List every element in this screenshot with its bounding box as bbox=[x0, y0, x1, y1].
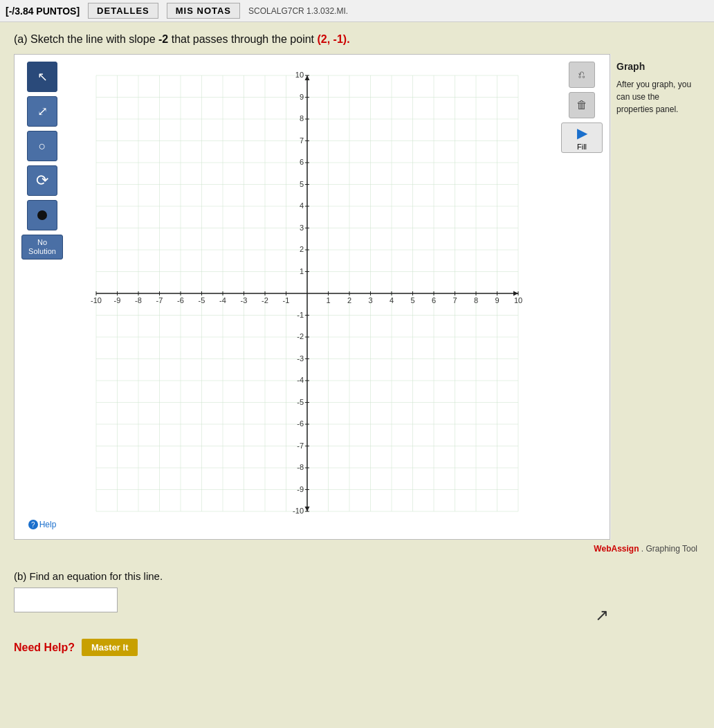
tools-panel: ↖ ⤢ ○ ⟳ NoSolution bbox=[21, 62, 63, 532]
main-content: (a) Sketch the line with slope -2 that p… bbox=[0, 22, 714, 667]
undo-icon: ⎌ bbox=[578, 69, 585, 81]
curve-icon: ⟳ bbox=[36, 172, 48, 190]
part-b-label: (b) Find an equation for this line. bbox=[14, 570, 163, 582]
slope-value: -2 bbox=[158, 33, 168, 45]
dot-tool[interactable] bbox=[27, 200, 57, 230]
fill-label: Fill bbox=[577, 143, 587, 151]
resize-tool[interactable]: ⤢ bbox=[27, 96, 57, 127]
cursor-decoration: ↗ bbox=[595, 606, 609, 625]
undo-button[interactable]: ⎌ bbox=[569, 62, 595, 88]
need-help-row: Need Help? Master It bbox=[14, 639, 700, 656]
help-label: Help bbox=[39, 520, 57, 529]
graph-canvas-container[interactable] bbox=[68, 62, 556, 532]
top-bar: [-/3.84 PUNTOS] DETALLES MIS NOTAS SCOLA… bbox=[0, 0, 714, 22]
webassign-suffix: . Graphing Tool bbox=[641, 544, 697, 554]
dot-icon bbox=[37, 210, 47, 220]
course-code: SCOLALG7CR 1.3.032.MI. bbox=[248, 6, 348, 16]
help-link[interactable]: ? Help bbox=[28, 520, 57, 529]
no-solution-label: NoSolution bbox=[28, 238, 56, 256]
master-it-button[interactable]: Master It bbox=[82, 639, 138, 656]
fill-button[interactable]: ▶ Fill bbox=[561, 122, 603, 153]
right-panel-inner: ⎌ 🗑 ▶ Fill bbox=[561, 62, 603, 532]
score-display: [-/3.84 PUNTOS] bbox=[6, 6, 80, 17]
graph-panel-title: Graph bbox=[616, 60, 695, 74]
circle-icon: ○ bbox=[39, 139, 46, 154]
graph-panel-description: After you graph, you can use the propert… bbox=[616, 78, 695, 116]
part-a-label: (a) Sketch the line with slope bbox=[14, 33, 156, 45]
resize-icon: ⤢ bbox=[37, 104, 48, 119]
fill-icon: ▶ bbox=[577, 125, 587, 141]
delete-button[interactable]: 🗑 bbox=[569, 92, 595, 118]
curve-tool[interactable]: ⟳ bbox=[27, 165, 57, 196]
webassign-credit: WebAssign . Graphing Tool bbox=[14, 544, 700, 554]
detalles-button[interactable]: DETALLES bbox=[88, 3, 158, 19]
graph-canvas[interactable] bbox=[68, 62, 532, 532]
no-solution-button[interactable]: NoSolution bbox=[21, 235, 63, 260]
help-circle-icon: ? bbox=[28, 520, 38, 529]
circle-tool[interactable]: ○ bbox=[27, 131, 57, 161]
middle-text: that passes through the point bbox=[172, 33, 318, 45]
mis-notas-button[interactable]: MIS NOTAS bbox=[167, 3, 240, 19]
point-value: (2, -1). bbox=[318, 33, 350, 45]
graph-area: ↖ ⤢ ○ ⟳ NoSolution bbox=[14, 54, 610, 540]
graph-panel-right: Graph After you graph, you can use the p… bbox=[610, 54, 700, 540]
problem-statement-a: (a) Sketch the line with slope -2 that p… bbox=[14, 33, 700, 46]
graph-section: ↖ ⤢ ○ ⟳ NoSolution bbox=[14, 54, 700, 540]
trash-icon: 🗑 bbox=[576, 99, 587, 111]
cursor-tool[interactable]: ↖ bbox=[27, 62, 57, 92]
need-help-label: Need Help? bbox=[14, 641, 75, 654]
webassign-brand: WebAssign bbox=[594, 544, 639, 554]
cursor-icon: ↖ bbox=[37, 69, 48, 84]
